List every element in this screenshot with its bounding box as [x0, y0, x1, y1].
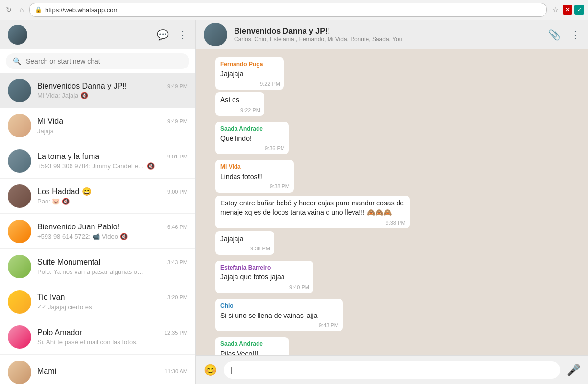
chat-name: Mi Vida [37, 117, 63, 126]
search-icon: 🔍 [13, 57, 21, 65]
chat-item[interactable]: Tio Ivan 3:20 PM ✓✓ Jajajaj cierto es [0, 284, 195, 319]
reload-button[interactable]: ↻ [4, 5, 14, 15]
chat-preview: Si. Ahí te pasé el mail con las fotos. [37, 339, 138, 346]
message-sender: Estefania Barreiro [220, 264, 308, 272]
message-time: 9:43 PM [319, 322, 339, 329]
message-bubble: Fernando Puga Jajajaja 9:22 PM [215, 57, 284, 90]
chat-preview: Pao: 🐷 [37, 198, 60, 205]
message-time: 9:38 PM [386, 219, 406, 226]
attach-icon[interactable]: 📎 [548, 29, 561, 41]
more-options-icon[interactable]: ⋮ [570, 29, 580, 41]
chat-time: 12:35 PM [165, 330, 188, 336]
chat-header-actions: 📎 ⋮ [548, 29, 580, 41]
message-text: Estoy entre bañar bebé y hacer cajas par… [220, 199, 405, 218]
chat-time: 9:49 PM [167, 83, 188, 89]
address-bar[interactable]: 🔒 https://web.whatsapp.com [29, 3, 547, 17]
message-time: 9:22 PM [240, 107, 260, 114]
mute-icon: 🔇 [147, 162, 155, 170]
secure-icon: 🔒 [35, 6, 42, 13]
message-sender: Fernando Puga [220, 60, 279, 68]
chat-members: Carlos, Chio, Estefania , Fernando, Mi V… [234, 36, 541, 43]
message-text: Lindas fotos!!! [220, 172, 289, 182]
message-text: Si si uno se llena de vainas jajja [220, 311, 338, 321]
chat-item[interactable]: La toma y la fuma 9:01 PM +593 99 306 97… [0, 143, 195, 179]
chat-preview: +593 98 614 5722: 📹 Video [37, 233, 118, 240]
message-bubble: Chio Si si uno se llena de vainas jajja … [215, 299, 343, 331]
message-group: Fernando Puga Jajajaja 9:22 PM Así es 9:… [215, 57, 568, 118]
message-group: Mi Vida Lindas fotos!!! 9:38 PM Estoy en… [215, 160, 568, 256]
url-text: https://web.whatsapp.com [45, 6, 541, 14]
avatar [8, 361, 31, 384]
chat-header: Bienvenidos Danna y JP!! Carlos, Chio, E… [196, 20, 588, 49]
home-button[interactable]: ⌂ [17, 5, 26, 15]
chat-preview: Mi Vida: Jajaja [37, 92, 78, 99]
chat-item[interactable]: Los Haddad 😄 9:00 PM Pao: 🐷 🔇 [0, 179, 195, 214]
chat-item[interactable]: Polo Amador 12:35 PM Si. Ahí te pasé el … [0, 319, 195, 355]
left-panel: 💬 ⋮ 🔍 Bienvenidos Danna y JP!! 9:49 PM [0, 20, 196, 384]
chat-item[interactable]: Bienvenido Juan Pablo! 6:46 PM +593 98 6… [0, 214, 195, 249]
message-text: Jajajaja [220, 69, 279, 79]
chat-item[interactable]: Mi Vida 9:49 PM Jajaja [0, 108, 195, 143]
avatar [8, 220, 31, 243]
chat-name: La toma y la fuma [37, 152, 99, 161]
chat-content: Mi Vida 9:49 PM Jajaja [37, 117, 188, 135]
chat-name: Mami [37, 367, 56, 376]
chat-name: Polo Amador [37, 328, 82, 337]
chat-preview: Jajaja [37, 127, 54, 135]
new-chat-icon[interactable]: 💬 [157, 29, 169, 41]
chat-time: 3:43 PM [167, 259, 188, 265]
message-text: Jajaja que fotos jajaa [220, 272, 308, 282]
chat-name: Bienvenidos Danna y JP!! [37, 82, 127, 90]
message-sender: Saada Andrade [220, 125, 284, 133]
chat-time: 6:46 PM [167, 224, 188, 230]
mute-icon: 🔇 [80, 92, 88, 99]
chat-header-info[interactable]: Bienvenidos Danna y JP!! Carlos, Chio, E… [234, 27, 541, 43]
more-options-icon[interactable]: ⋮ [178, 29, 188, 41]
mute-icon: 🔇 [120, 233, 128, 240]
app-container: 💬 ⋮ 🔍 Bienvenidos Danna y JP!! 9:49 PM [0, 20, 588, 384]
avatar [8, 290, 31, 314]
double-check-icon: ✓✓ [37, 304, 46, 310]
chat-time: 9:00 PM [167, 189, 188, 195]
message-text: Jajajaja [220, 234, 269, 244]
chat-content: Suite Monumental 3:43 PM Polo: Ya nos va… [37, 258, 188, 275]
message-time: 9:36 PM [265, 145, 285, 152]
chat-title: Bienvenidos Danna y JP!! [234, 27, 541, 36]
messages-area: Fernando Puga Jajajaja 9:22 PM Así es 9:… [196, 49, 588, 355]
chat-time: 9:01 PM [167, 154, 188, 159]
message-input[interactable] [224, 361, 560, 379]
message-time: 9:38 PM [250, 245, 270, 252]
ext-green-icon[interactable]: ✓ [574, 5, 584, 15]
chat-content: Los Haddad 😄 9:00 PM Pao: 🐷 🔇 [37, 187, 188, 205]
chat-preview: Jajajaj cierto es [48, 303, 92, 311]
chat-item[interactable]: Suite Monumental 3:43 PM Polo: Ya nos va… [0, 249, 195, 284]
message-bubble: Saada Andrade Pilas Veco!!! 9:43 PM [215, 337, 289, 355]
message-group: Estefania Barreiro Jajaja que fotos jaja… [215, 261, 568, 295]
search-input[interactable] [26, 57, 183, 65]
chat-item[interactable]: Bienvenidos Danna y JP!! 9:49 PM Mi Vida… [0, 73, 195, 108]
message-bubble: Jajajaja 9:38 PM [215, 231, 274, 255]
chat-content: Bienvenidos Danna y JP!! 9:49 PM Mi Vida… [37, 82, 188, 99]
chat-name: Tio Ivan [37, 293, 65, 302]
message-group: Chio Si si uno se llena de vainas jajja … [215, 299, 568, 333]
chat-name: Bienvenido Juan Pablo! [37, 223, 119, 231]
group-avatar[interactable] [204, 23, 227, 46]
message-bubble: Estoy entre bañar bebé y hacer cajas par… [215, 196, 410, 228]
chat-content: Mami 11:30 AM [37, 367, 188, 377]
star-icon[interactable]: ☆ [550, 4, 561, 15]
message-sender: Saada Andrade [220, 340, 284, 348]
left-header: 💬 ⋮ [0, 20, 195, 49]
avatar [8, 114, 31, 137]
right-panel: Bienvenidos Danna y JP!! Carlos, Chio, E… [196, 20, 588, 384]
ext-red-icon[interactable]: ✕ [563, 5, 572, 15]
mic-button[interactable]: 🎤 [567, 364, 580, 377]
message-time: 9:40 PM [289, 284, 309, 291]
chat-time: 9:49 PM [167, 118, 188, 124]
chat-content: Tio Ivan 3:20 PM ✓✓ Jajajaj cierto es [37, 293, 188, 311]
chat-item[interactable]: Mami 11:30 AM [0, 355, 195, 384]
user-avatar[interactable] [8, 25, 27, 45]
message-time: 9:22 PM [260, 80, 280, 88]
emoji-button[interactable]: 😊 [204, 364, 217, 377]
mute-icon: 🔇 [62, 198, 70, 205]
avatar [8, 184, 31, 208]
